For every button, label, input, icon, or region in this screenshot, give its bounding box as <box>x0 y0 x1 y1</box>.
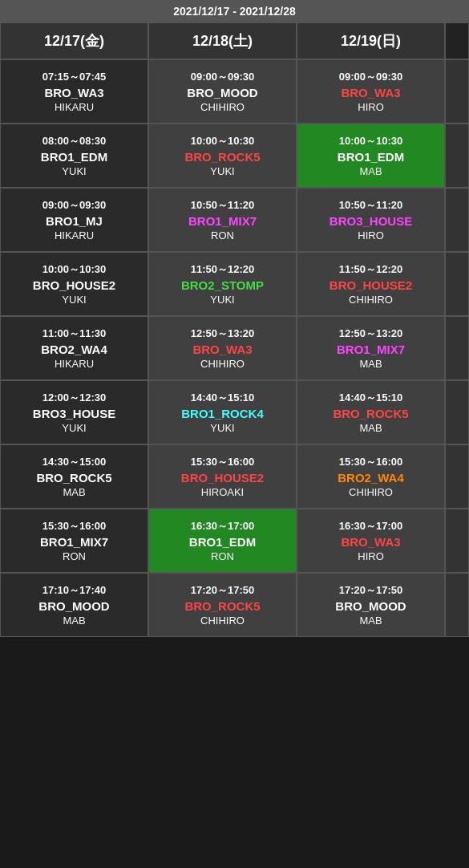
dj-name: MAB <box>359 358 382 370</box>
schedule-cell: 10:00～10:30BRO_ROCK5YUKI <box>148 124 297 188</box>
program-name: BRO_ROCK5 <box>184 599 260 613</box>
schedule-cell: 11:00～11:30BRO2_WA4HIKARU <box>0 316 148 380</box>
dj-name: HIKARU <box>55 229 94 241</box>
schedule-cell: 14:30～15:00BRO_ROCK5MAB <box>0 444 148 509</box>
schedule-cell: 11:50～12:20BRO_HOUSE2CHIHIRO <box>297 252 445 316</box>
time-text: 17:10～17:40 <box>42 583 107 598</box>
program-name: BRO1_EDM <box>338 150 404 164</box>
time-text: 14:40～15:10 <box>191 391 255 405</box>
schedule-cell: 10:50～11:20BRO3_HOUSEHIRO <box>297 188 445 252</box>
time-text: 15:30～16:00 <box>191 455 255 469</box>
program-name: BRO_MOOD <box>187 86 257 99</box>
dj-name: RON <box>211 550 234 562</box>
stub-cell <box>445 573 469 637</box>
time-text: 09:00～09:30 <box>42 198 107 213</box>
program-name: BRO_ROCK5 <box>333 407 408 420</box>
time-text: 16:30～17:00 <box>191 519 255 533</box>
dj-name: MAB <box>63 486 85 498</box>
dj-name: YUKI <box>62 165 86 177</box>
program-name: BRO1_EDM <box>41 150 107 164</box>
schedule-cell: 09:00～09:30BRO_MOODCHIHIRO <box>148 59 297 124</box>
schedule-cell: 08:00～08:30BRO1_EDMYUKI <box>0 124 148 188</box>
program-name: BRO1_MIX7 <box>40 535 108 549</box>
schedule-cell: 14:40～15:10BRO_ROCK5MAB <box>297 380 445 444</box>
time-text: 08:00～08:30 <box>42 134 107 148</box>
time-text: 11:00～11:30 <box>42 327 107 341</box>
dj-name: RON <box>211 229 234 241</box>
schedule-cell: 07:15～07:45BRO_WA3HIKARU <box>0 59 148 124</box>
col-header-stub <box>445 22 469 59</box>
stub-cell <box>445 380 469 444</box>
schedule-cell: 17:20～17:50BRO_MOODMAB <box>297 573 445 637</box>
dj-name: MAB <box>359 422 382 434</box>
program-name: BRO1_MJ <box>46 214 103 228</box>
time-text: 17:20～17:50 <box>339 583 403 598</box>
schedule-cell: 12:50～13:20BRO_WA3CHIHIRO <box>148 316 297 380</box>
time-text: 12:50～13:20 <box>191 327 255 341</box>
stub-cell <box>445 59 469 124</box>
col-header-fri: 12/17(金) <box>0 22 148 59</box>
time-text: 10:00～10:30 <box>191 134 255 148</box>
time-text: 11:50～12:20 <box>191 262 255 277</box>
time-text: 17:20～17:50 <box>191 583 255 598</box>
program-name: BRO2_STOMP <box>181 278 264 292</box>
stub-cell <box>445 252 469 316</box>
schedule-cell: 12:00～12:30BRO3_HOUSEYUKI <box>0 380 148 444</box>
time-text: 10:50～11:20 <box>191 198 255 213</box>
program-name: BRO_WA3 <box>192 343 252 356</box>
schedule-cell: 12:50～13:20BRO1_MIX7MAB <box>297 316 445 380</box>
time-text: 15:30～16:00 <box>42 519 107 533</box>
schedule-cell: 14:40～15:10BRO1_ROCK4YUKI <box>148 380 297 444</box>
program-name: BRO_WA3 <box>44 86 103 99</box>
time-text: 12:00～12:30 <box>42 391 107 405</box>
dj-name: CHIHIRO <box>200 614 245 627</box>
dj-name: HIRO <box>358 229 384 241</box>
schedule-grid: 07:15～07:45BRO_WA3HIKARU09:00～09:30BRO_M… <box>0 59 469 637</box>
program-name: BRO_ROCK5 <box>184 150 260 164</box>
dj-name: MAB <box>63 614 85 627</box>
dj-name: HIRO <box>358 101 384 113</box>
schedule-cell: 17:10～17:40BRO_MOODMAB <box>0 573 148 637</box>
dj-name: HIKARU <box>55 358 94 370</box>
dj-name: HIROAKI <box>201 486 244 498</box>
program-name: BRO_ROCK5 <box>36 471 111 485</box>
program-name: BRO3_HOUSE <box>33 407 115 420</box>
time-text: 12:50～13:20 <box>339 327 403 341</box>
time-text: 07:15～07:45 <box>42 70 107 84</box>
program-name: BRO_WA3 <box>341 535 400 549</box>
time-text: 09:00～09:30 <box>191 70 255 84</box>
program-name: BRO3_HOUSE <box>330 214 412 228</box>
dj-name: YUKI <box>210 165 234 177</box>
dj-name: MAB <box>359 165 382 177</box>
dj-name: CHIHIRO <box>349 486 393 498</box>
schedule-cell: 17:20～17:50BRO_ROCK5CHIHIRO <box>148 573 297 637</box>
dj-name: MAB <box>359 614 382 627</box>
dj-name: CHIHIRO <box>200 101 245 113</box>
program-name: BRO1_MIX7 <box>337 343 405 356</box>
stub-cell <box>445 316 469 380</box>
stub-cell <box>445 444 469 509</box>
program-name: BRO2_WA4 <box>41 343 107 356</box>
schedule-cell: 09:00～09:30BRO1_MJHIKARU <box>0 188 148 252</box>
program-name: BRO1_ROCK4 <box>181 407 264 420</box>
dj-name: HIRO <box>358 550 384 562</box>
schedule-cell: 16:30～17:00BRO1_EDMRON <box>148 509 297 573</box>
time-text: 10:50～11:20 <box>339 198 403 213</box>
program-name: BRO_WA3 <box>341 86 400 99</box>
header-bar: 2021/12/17 - 2021/12/28 <box>0 0 469 22</box>
program-name: BRO_MOOD <box>38 599 109 613</box>
dj-name: YUKI <box>210 294 234 306</box>
dj-name: YUKI <box>210 422 234 434</box>
time-text: 09:00～09:30 <box>339 70 403 84</box>
time-text: 11:50～12:20 <box>339 262 403 277</box>
schedule-cell: 11:50～12:20BRO2_STOMPYUKI <box>148 252 297 316</box>
stub-cell <box>445 188 469 252</box>
dj-name: CHIHIRO <box>349 294 393 306</box>
time-text: 14:30～15:00 <box>42 455 107 469</box>
schedule-cell: 15:30～16:00BRO1_MIX7RON <box>0 509 148 573</box>
schedule-cell: 10:00～10:30BRO_HOUSE2YUKI <box>0 252 148 316</box>
stub-cell <box>445 124 469 188</box>
col-header-sun: 12/19(日) <box>297 22 445 59</box>
schedule-cell: 15:30～16:00BRO_HOUSE2HIROAKI <box>148 444 297 509</box>
schedule-cell: 09:00～09:30BRO_WA3HIRO <box>297 59 445 124</box>
